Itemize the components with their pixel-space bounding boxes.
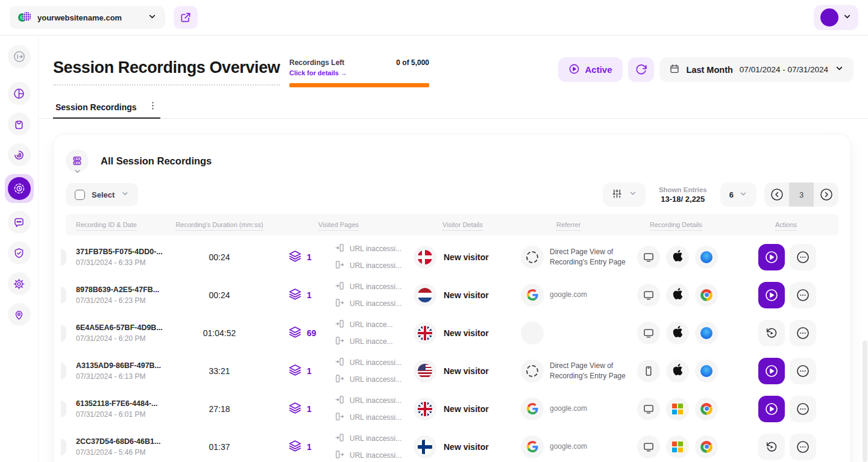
referrer-icon-circle [521, 246, 544, 269]
referrer-icon-circle [521, 322, 544, 345]
recording-date: 07/31/2024 - 5:46 PM [76, 448, 168, 457]
visitor-details-cell: New visitor [398, 398, 494, 420]
flag-circle [414, 435, 436, 458]
visitor-type: New visitor [444, 404, 489, 414]
more-actions-button[interactable] [790, 244, 816, 270]
layers-icon [289, 439, 301, 454]
exit-url: URL inacce... [335, 336, 393, 348]
date-preset: Last Month [687, 65, 733, 75]
recording-duration: 27:18 [168, 404, 271, 414]
recordings-table: Recording ID & DateRecording's Duration … [66, 214, 838, 462]
referrer-cell: google.com [494, 398, 634, 420]
column-header: Recording ID & Date [66, 221, 168, 228]
recording-date: 07/31/2024 - 6:23 PM [76, 296, 168, 305]
website-selector[interactable]: yourwebsitename.com [10, 6, 165, 29]
next-page-button[interactable] [814, 183, 838, 207]
referrer-cell: google.com [494, 435, 634, 458]
row-handle [61, 401, 66, 417]
pages-count: 1 [307, 290, 312, 300]
refresh-button[interactable] [628, 57, 654, 82]
mobile-icon [637, 360, 660, 382]
gb-flag-icon [418, 402, 432, 416]
table-row: A3135AD9-86BF-497B... 07/31/2024 - 6:13 … [66, 352, 838, 390]
actions-cell [749, 282, 840, 308]
sidebar-item-dashboard[interactable] [8, 82, 31, 105]
recording-id-cell: 61352118-F7E6-4484-... 07/31/2024 - 6:01… [66, 399, 168, 419]
actions-cell [749, 244, 840, 270]
chevron-down-icon[interactable] [74, 167, 81, 178]
column-header: Recording's Duration (mm:ss) [168, 221, 271, 228]
chrome-icon [700, 441, 712, 453]
sidebar-item-session-recordings[interactable] [5, 174, 34, 203]
replay-recording-button[interactable] [758, 320, 785, 346]
direct-referrer-icon [526, 251, 538, 263]
account-menu[interactable] [814, 5, 858, 30]
chevron-down-icon [835, 64, 844, 75]
actions-cell [749, 358, 840, 384]
table-row: 371FB7B5-F075-4DD0-... 07/31/2024 - 6:33… [66, 238, 838, 276]
visitor-type: New visitor [444, 252, 489, 262]
sidebar-item-behaviour[interactable] [8, 143, 31, 166]
visited-pages-cell: 1 URL inaccessi... URL inaccessi... [271, 432, 398, 461]
recording-details-cell [634, 246, 749, 269]
more-actions-button[interactable] [790, 396, 816, 422]
recording-date: 07/31/2024 - 6:33 PM [76, 258, 168, 267]
door-in-icon [335, 281, 345, 293]
recording-id-cell: 6E4A5EA6-57BF-4D9B... 07/31/2024 - 6:20 … [66, 323, 168, 343]
recordings-details-link[interactable]: Click for details → [289, 69, 347, 76]
referrer-text: google.com [550, 404, 587, 414]
recording-date: 07/31/2024 - 6:13 PM [76, 372, 168, 381]
table-row: 61352118-F7E6-4484-... 07/31/2024 - 6:01… [66, 390, 838, 428]
sidebar-collapse-toggle[interactable] [8, 45, 31, 68]
sidebar-item-location[interactable] [8, 303, 31, 326]
kebab-menu-icon[interactable] [148, 101, 158, 113]
recording-details-cell [634, 360, 749, 382]
recording-id-cell: 371FB7B5-F075-4DD0-... 07/31/2024 - 6:33… [66, 248, 168, 267]
fi-flag-icon [418, 440, 432, 454]
entry-url: URL inaccessi... [335, 432, 401, 445]
page-scrollbar[interactable] [863, 340, 867, 462]
chevron-down-icon [121, 189, 129, 200]
more-actions-button[interactable] [790, 282, 816, 308]
topbar: yourwebsitename.com [0, 0, 868, 36]
sidebar-item-settings[interactable] [8, 272, 31, 295]
chevron-down-icon [148, 12, 157, 23]
open-website-button[interactable] [174, 6, 198, 29]
windows-icon [672, 442, 683, 452]
filter-dropdown[interactable] [603, 183, 646, 207]
door-in-icon [335, 395, 345, 407]
active-status-button[interactable]: Active [558, 57, 623, 82]
referrer-icon-circle [521, 398, 544, 420]
play-recording-button[interactable] [758, 282, 785, 308]
sidebar-item-feedback[interactable] [8, 211, 31, 234]
previous-page-button[interactable] [764, 183, 789, 207]
desktop-icon [637, 284, 660, 307]
play-recording-button[interactable] [758, 396, 785, 422]
exit-url: URL inaccessi... [335, 449, 401, 461]
referrer-text: Direct Page View of Recording's Entry Pa… [550, 361, 627, 381]
replay-recording-button[interactable] [758, 434, 785, 460]
website-name: yourwebsitename.com [37, 13, 142, 22]
select-all-checkbox[interactable] [75, 190, 85, 200]
select-dropdown[interactable]: Select [66, 183, 138, 206]
sidebar-item-privacy[interactable] [8, 242, 31, 264]
layers-icon [289, 325, 301, 340]
row-handle [61, 249, 66, 266]
play-recording-button[interactable] [758, 358, 785, 384]
more-actions-button[interactable] [790, 358, 816, 384]
table-header-row: Recording ID & DateRecording's Duration … [66, 214, 838, 236]
safari-icon [700, 251, 712, 263]
visitor-details-cell: New visitor [398, 246, 494, 269]
sidebar-item-ecommerce[interactable] [8, 113, 31, 136]
direct-referrer-icon [526, 365, 538, 377]
more-actions-button[interactable] [790, 434, 816, 460]
door-in-icon [335, 243, 345, 255]
visitor-type: New visitor [444, 442, 489, 452]
play-recording-button[interactable] [758, 244, 785, 270]
door-in-icon [335, 357, 345, 369]
tab-session-recordings[interactable]: Session Recordings [53, 96, 160, 119]
door-out-icon [335, 449, 345, 461]
more-actions-button[interactable] [790, 320, 816, 346]
date-range-picker[interactable]: Last Month 07/01/2024 - 07/31/2024 [659, 57, 854, 82]
page-size-dropdown[interactable]: 6 [720, 183, 756, 207]
